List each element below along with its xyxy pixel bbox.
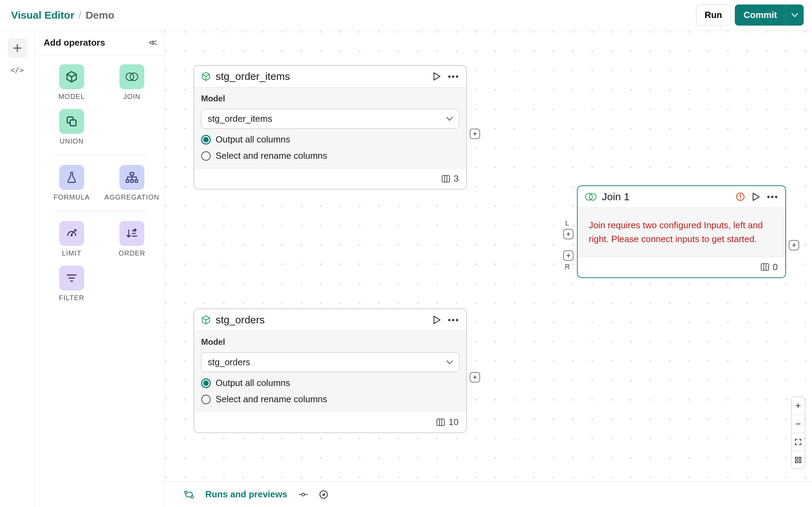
zoom-out-button[interactable]: − <box>792 415 805 433</box>
radio-icon <box>201 395 211 404</box>
sort-icon <box>126 228 138 239</box>
operator-limit[interactable]: LIMIT <box>49 221 94 257</box>
radio-output-all[interactable]: Output all columns <box>201 378 459 388</box>
operator-join[interactable]: JOIN <box>109 64 154 101</box>
commit-line-icon[interactable] <box>298 492 308 497</box>
node-title-text: stg_order_items <box>216 71 290 82</box>
runs-previews-tab[interactable]: Runs and previews <box>205 489 287 500</box>
operator-limit-label: LIMIT <box>62 249 81 257</box>
svg-rect-30 <box>795 461 797 463</box>
model-select[interactable]: stg_orders <box>201 352 459 372</box>
input-port-right[interactable]: + <box>563 250 574 261</box>
operator-model[interactable]: MODEL <box>49 64 94 101</box>
compass-icon[interactable] <box>319 490 328 499</box>
flask-icon <box>66 172 77 183</box>
node-title-text: Join 1 <box>602 191 630 203</box>
code-view-button[interactable]: </> <box>10 66 24 74</box>
more-icon[interactable]: ••• <box>448 71 459 82</box>
radio-select-rename[interactable]: Select and rename columns <box>201 150 459 161</box>
aggregation-icon <box>126 172 138 183</box>
radio-icon <box>201 151 211 161</box>
breadcrumb-current: Demo <box>85 9 114 21</box>
filter-icon <box>66 274 77 283</box>
input-port-left[interactable]: + <box>563 229 574 239</box>
operator-union-label: UNION <box>60 137 83 145</box>
gauge-icon <box>66 228 78 239</box>
play-icon[interactable] <box>433 72 441 81</box>
canvas[interactable]: stg_order_items ••• Model stg_order_item… <box>164 30 812 507</box>
venn-icon <box>585 192 597 201</box>
node-stg-orders[interactable]: stg_orders ••• Model stg_orders <box>193 308 467 433</box>
chevron-down-icon <box>446 117 453 121</box>
venn-icon <box>125 72 139 82</box>
play-icon[interactable] <box>433 315 441 324</box>
radio-output-all-label: Output all columns <box>216 134 290 145</box>
cube-icon <box>201 72 211 81</box>
svg-rect-5 <box>126 179 129 182</box>
chevron-down-icon <box>792 13 798 17</box>
zoom-in-button[interactable]: + <box>792 397 805 415</box>
run-button[interactable]: Run <box>696 4 731 26</box>
radio-icon <box>201 135 211 145</box>
model-select-value: stg_orders <box>208 357 250 368</box>
more-icon[interactable]: ••• <box>767 192 778 202</box>
port-right-label: R <box>565 263 570 271</box>
svg-rect-14 <box>442 175 450 182</box>
model-select[interactable]: stg_order_items <box>201 109 459 129</box>
svg-point-24 <box>740 198 741 199</box>
separator <box>51 155 147 155</box>
play-icon[interactable] <box>752 192 760 201</box>
output-port[interactable]: + <box>470 372 480 382</box>
separator <box>51 211 147 211</box>
operator-formula-label: FORMULA <box>54 193 90 201</box>
svg-rect-31 <box>799 461 801 463</box>
breadcrumb-root[interactable]: Visual Editor <box>11 9 74 21</box>
cube-icon <box>201 315 211 325</box>
column-count: 0 <box>773 262 778 273</box>
chevron-down-icon <box>446 360 453 365</box>
radio-output-all-label: Output all columns <box>216 378 290 388</box>
add-button[interactable] <box>8 39 27 57</box>
operator-aggregation-label: AGGREGATION <box>105 193 159 201</box>
svg-rect-28 <box>795 457 797 459</box>
node-stg-order-items[interactable]: stg_order_items ••• Model stg_order_item… <box>193 65 467 190</box>
node-join-1[interactable]: Join 1 ••• Join requires two configured … <box>577 185 786 278</box>
node-title-text: stg_orders <box>216 314 265 326</box>
output-port[interactable]: + <box>789 240 799 250</box>
operator-union[interactable]: UNION <box>49 109 94 145</box>
column-count: 10 <box>449 417 459 427</box>
operator-order[interactable]: ORDER <box>109 221 154 257</box>
collapse-sidebar-button[interactable]: << <box>149 37 155 48</box>
sidebar-title: Add operators <box>44 37 105 48</box>
operator-order-label: ORDER <box>118 249 145 257</box>
columns-icon <box>436 418 445 426</box>
more-icon[interactable]: ••• <box>448 315 459 325</box>
model-section-label: Model <box>201 94 459 103</box>
breadcrumb: Visual Editor / Demo <box>11 9 115 21</box>
commit-button[interactable]: Commit <box>735 4 786 26</box>
fit-view-button[interactable] <box>792 433 805 451</box>
svg-rect-17 <box>437 419 444 426</box>
svg-rect-6 <box>130 179 133 182</box>
operator-filter-label: FILTER <box>59 294 84 302</box>
radio-select-rename-label: Select and rename columns <box>216 394 327 405</box>
port-left-label: L <box>565 219 569 227</box>
runs-icon <box>184 490 194 499</box>
radio-output-all[interactable]: Output all columns <box>201 134 459 145</box>
svg-point-21 <box>589 193 596 200</box>
commit-dropdown-button[interactable] <box>786 4 804 26</box>
svg-rect-4 <box>130 173 134 175</box>
operator-formula[interactable]: FORMULA <box>49 165 94 201</box>
union-icon <box>66 116 78 127</box>
operator-join-label: JOIN <box>123 93 141 101</box>
plus-icon <box>13 44 22 53</box>
breadcrumb-separator: / <box>79 9 81 21</box>
grid-view-button[interactable] <box>792 451 805 469</box>
svg-point-35 <box>302 493 305 496</box>
radio-icon <box>201 378 211 388</box>
join-error-message: Join requires two configured Inputs, lef… <box>578 208 785 257</box>
radio-select-rename[interactable]: Select and rename columns <box>201 394 459 405</box>
operator-aggregation[interactable]: AGGREGATION <box>109 165 154 201</box>
operator-filter[interactable]: FILTER <box>49 266 94 302</box>
output-port[interactable]: + <box>470 129 480 139</box>
